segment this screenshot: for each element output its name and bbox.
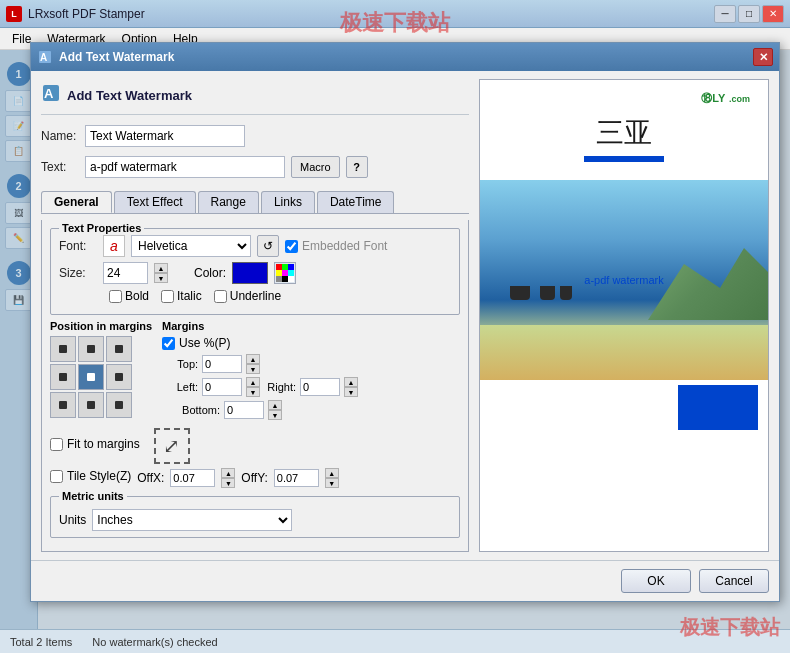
embedded-font-label: Embedded Font <box>302 239 387 253</box>
right-down[interactable]: ▼ <box>344 387 358 397</box>
text-input[interactable] <box>85 156 285 178</box>
pos-mid-center[interactable] <box>78 364 104 390</box>
font-icon: a <box>103 235 125 257</box>
name-row: Name: <box>41 125 469 147</box>
top-input[interactable] <box>202 355 242 373</box>
name-label: Name: <box>41 129 79 143</box>
macro-button[interactable]: Macro <box>291 156 340 178</box>
bold-checkbox[interactable] <box>109 290 122 303</box>
maximize-button[interactable]: □ <box>738 5 760 23</box>
offy-up[interactable]: ▲ <box>325 468 339 478</box>
color-swatch[interactable] <box>232 262 268 284</box>
top-margin-row: Top: ▲▼ <box>162 354 460 374</box>
text-label: Text: <box>41 160 79 174</box>
pos-bot-center[interactable] <box>78 392 104 418</box>
help-button[interactable]: ? <box>346 156 368 178</box>
boat-2 <box>540 286 555 300</box>
metric-label: Metric units <box>59 490 127 502</box>
units-row: Units Inches Centimeters Points <box>59 509 451 531</box>
svg-text:A: A <box>40 52 47 63</box>
bottom-input[interactable] <box>224 401 264 419</box>
preview-underline <box>584 156 664 162</box>
underline-checkbox[interactable] <box>214 290 227 303</box>
position-margins-section: Position in margins <box>50 320 460 423</box>
preview-page: ⑱LY .com 三亚 <box>480 80 768 551</box>
name-input[interactable] <box>85 125 245 147</box>
app-close-button[interactable]: ✕ <box>762 5 784 23</box>
tab-range[interactable]: Range <box>198 191 259 213</box>
pos-bot-left[interactable] <box>50 392 76 418</box>
dialog-titlebar-icon: A <box>37 49 53 65</box>
bold-label: Bold <box>125 289 149 303</box>
italic-checkbox[interactable] <box>161 290 174 303</box>
offy-label: OffY: <box>241 471 267 485</box>
tile-style-row: Tile Style(Z) <box>50 469 131 483</box>
pos-mid-left[interactable] <box>50 364 76 390</box>
tab-links[interactable]: Links <box>261 191 315 213</box>
titlebar-buttons: ─ □ ✕ <box>714 5 784 23</box>
underline-option: Underline <box>214 289 281 303</box>
tile-icon: ⤢ <box>154 428 190 464</box>
embedded-font-checkbox[interactable] <box>285 240 298 253</box>
left-down[interactable]: ▼ <box>246 387 260 397</box>
left-input[interactable] <box>202 378 242 396</box>
svg-text:A: A <box>44 86 54 101</box>
use-pct-checkbox[interactable] <box>162 337 175 350</box>
app-title: LRxsoft PDF Stamper <box>28 7 714 21</box>
dialog-titlebar: A Add Text Watermark ✕ <box>31 43 779 71</box>
color-picker-button[interactable] <box>274 262 296 284</box>
size-up-button[interactable]: ▲ <box>154 263 168 273</box>
offx-input[interactable] <box>170 469 215 487</box>
fit-to-margins-label: Fit to margins <box>67 437 140 451</box>
ok-button[interactable]: OK <box>621 569 691 593</box>
text-properties-section: Text Properties Font: a Helvetica Times … <box>50 228 460 315</box>
tile-style-checkbox[interactable] <box>50 470 63 483</box>
pos-bot-right[interactable] <box>106 392 132 418</box>
offx-down[interactable]: ▼ <box>221 478 235 488</box>
preview-title: 三亚 <box>490 114 758 152</box>
embedded-font-row: Embedded Font <box>285 239 387 253</box>
right-input[interactable] <box>300 378 340 396</box>
pos-top-left[interactable] <box>50 336 76 362</box>
tab-general[interactable]: General <box>41 191 112 213</box>
preview-blue-rect <box>678 385 758 430</box>
preview-photo: a-pdf watermark <box>480 180 768 380</box>
pos-mid-right[interactable] <box>106 364 132 390</box>
size-down-button[interactable]: ▼ <box>154 273 168 283</box>
bottom-up[interactable]: ▲ <box>268 400 282 410</box>
photo-mountains <box>648 240 768 320</box>
photo-watermark-text: a-pdf watermark <box>584 274 663 286</box>
form-area: A Add Text Watermark Name: Text: Macro ? <box>41 79 469 552</box>
reset-font-button[interactable]: ↺ <box>257 235 279 257</box>
right-margin-row: Right: ▲▼ <box>266 377 358 397</box>
offx-up[interactable]: ▲ <box>221 468 235 478</box>
offy-input[interactable] <box>274 469 319 487</box>
pos-top-right[interactable] <box>106 336 132 362</box>
preview-bottom <box>480 380 768 440</box>
fit-to-margins-checkbox[interactable] <box>50 438 63 451</box>
minimize-button[interactable]: ─ <box>714 5 736 23</box>
underline-label: Underline <box>230 289 281 303</box>
units-select[interactable]: Inches Centimeters Points <box>92 509 292 531</box>
font-row: Font: a Helvetica Times New Roman Arial … <box>59 235 451 257</box>
offy-down[interactable]: ▼ <box>325 478 339 488</box>
left-up[interactable]: ▲ <box>246 377 260 387</box>
size-spinner: ▲ ▼ <box>154 263 168 283</box>
metric-units-section: Metric units Units Inches Centimeters Po… <box>50 496 460 538</box>
fit-to-margins-row: Fit to margins <box>50 437 140 451</box>
top-up[interactable]: ▲ <box>246 354 260 364</box>
right-up[interactable]: ▲ <box>344 377 358 387</box>
bottom-down[interactable]: ▼ <box>268 410 282 420</box>
left-label: Left: <box>162 381 198 393</box>
dialog-content: A Add Text Watermark Name: Text: Macro ? <box>31 71 779 560</box>
tab-panel-general: Text Properties Font: a Helvetica Times … <box>41 220 469 552</box>
text-properties-label: Text Properties <box>59 222 144 234</box>
pos-top-center[interactable] <box>78 336 104 362</box>
tab-datetime[interactable]: DateTime <box>317 191 395 213</box>
cancel-button[interactable]: Cancel <box>699 569 769 593</box>
dialog-close-button[interactable]: ✕ <box>753 48 773 66</box>
top-down[interactable]: ▼ <box>246 364 260 374</box>
tab-text-effect[interactable]: Text Effect <box>114 191 196 213</box>
size-input[interactable] <box>103 262 148 284</box>
font-select[interactable]: Helvetica Times New Roman Arial <box>131 235 251 257</box>
